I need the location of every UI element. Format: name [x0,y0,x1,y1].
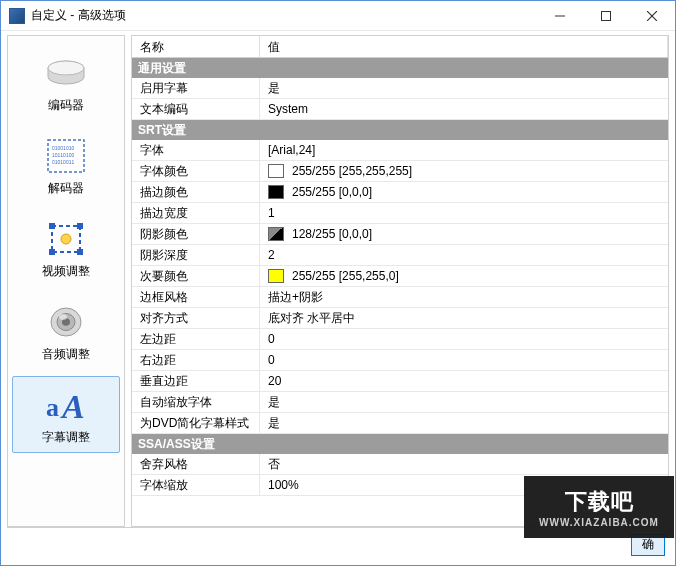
sidebar-item-label: 字幕调整 [42,429,90,446]
property-grid: 名称 值 通用设置启用字幕是文本编码SystemSRT设置字体[Arial,24… [131,35,669,527]
svg-text:10110100: 10110100 [52,152,74,158]
sidebar-item-label: 编码器 [48,97,84,114]
crop-icon [42,219,90,259]
property-row[interactable]: 字体颜色255/255 [255,255,255] [132,161,668,182]
property-value-text: 20 [268,374,281,388]
property-value[interactable]: System [260,99,668,119]
property-value-text: 255/255 [255,255,255] [292,164,412,178]
section-header[interactable]: SSA/ASS设置 [132,434,668,454]
property-row[interactable]: 舍弃风格否 [132,454,668,475]
property-row[interactable]: 字体[Arial,24] [132,140,668,161]
section-header[interactable]: 通用设置 [132,58,668,78]
property-row[interactable]: 左边距0 [132,329,668,350]
sidebar-item-decoder[interactable]: 01001010 10110100 01010011 解码器 [12,127,120,204]
property-value[interactable]: [Arial,24] [260,140,668,160]
svg-text:a: a [46,393,59,422]
svg-point-5 [48,61,84,75]
window-title: 自定义 - 高级选项 [31,7,126,24]
speaker-icon [42,302,90,342]
property-value[interactable]: 1 [260,203,668,223]
sidebar-item-video[interactable]: 视频调整 [12,210,120,287]
property-row[interactable]: 描边颜色255/255 [0,0,0] [132,182,668,203]
minimize-button[interactable] [537,1,583,31]
property-row[interactable]: 阴影颜色128/255 [0,0,0] [132,224,668,245]
property-row[interactable]: 文本编码System [132,99,668,120]
property-value[interactable]: 255/255 [255,255,0] [260,266,668,286]
property-value[interactable]: 否 [260,454,668,474]
col-header-value[interactable]: 值 [260,36,668,57]
svg-text:01010011: 01010011 [52,159,74,165]
sidebar-item-subtitle[interactable]: a A 字幕调整 [12,376,120,453]
property-name: 对齐方式 [132,308,260,328]
ok-button[interactable]: 确 [631,534,665,556]
svg-rect-11 [49,223,55,229]
property-value[interactable]: 描边+阴影 [260,287,668,307]
property-row[interactable]: 边框风格描边+阴影 [132,287,668,308]
property-value-text: 是 [268,394,280,411]
property-name: 字体 [132,140,260,160]
property-name: 描边宽度 [132,203,260,223]
grid-body[interactable]: 通用设置启用字幕是文本编码SystemSRT设置字体[Arial,24]字体颜色… [132,58,668,526]
property-value-text: 1 [268,206,275,220]
property-name: 阴影深度 [132,245,260,265]
property-name: 自动缩放字体 [132,392,260,412]
property-value[interactable]: 20 [260,371,668,391]
property-value-text: System [268,102,308,116]
app-icon [9,8,25,24]
property-row[interactable]: 垂直边距20 [132,371,668,392]
section-header[interactable]: SRT设置 [132,120,668,140]
close-button[interactable] [629,1,675,31]
property-row[interactable]: 阴影深度2 [132,245,668,266]
svg-point-19 [59,314,67,320]
property-name: 舍弃风格 [132,454,260,474]
property-value-text: 100% [268,478,299,492]
property-value[interactable]: 100% [260,475,668,495]
property-value-text: 128/255 [0,0,0] [292,227,372,241]
property-value[interactable]: 是 [260,78,668,98]
property-value-text: 2 [268,248,275,262]
property-row[interactable]: 启用字幕是 [132,78,668,99]
property-value[interactable]: 128/255 [0,0,0] [260,224,668,244]
property-value[interactable]: 是 [260,392,668,412]
property-row[interactable]: 右边距0 [132,350,668,371]
footer: 确 [7,527,669,561]
property-name: 左边距 [132,329,260,349]
property-name: 启用字幕 [132,78,260,98]
property-name: 垂直边距 [132,371,260,391]
property-value[interactable]: 是 [260,413,668,433]
property-value[interactable]: 2 [260,245,668,265]
property-row[interactable]: 次要颜色255/255 [255,255,0] [132,266,668,287]
property-row[interactable]: 为DVD简化字幕样式是 [132,413,668,434]
property-row[interactable]: 描边宽度1 [132,203,668,224]
grid-header: 名称 值 [132,36,668,58]
property-value[interactable]: 0 [260,350,668,370]
col-header-name[interactable]: 名称 [132,36,260,57]
property-value[interactable]: 底对齐 水平居中 [260,308,668,328]
sidebar-item-label: 解码器 [48,180,84,197]
property-value-text: 是 [268,80,280,97]
content: 编码器 01001010 10110100 01010011 解码器 [1,31,675,527]
property-row[interactable]: 字体缩放100% [132,475,668,496]
sidebar-item-audio[interactable]: 音频调整 [12,293,120,370]
svg-rect-13 [49,249,55,255]
sidebar-item-encoder[interactable]: 编码器 [12,44,120,121]
property-row[interactable]: 自动缩放字体是 [132,392,668,413]
property-value[interactable]: 255/255 [0,0,0] [260,182,668,202]
maximize-button[interactable] [583,1,629,31]
svg-text:A: A [60,388,85,424]
property-value-text: 0 [268,353,275,367]
sidebar: 编码器 01001010 10110100 01010011 解码器 [7,35,125,527]
property-value[interactable]: 255/255 [255,255,255] [260,161,668,181]
property-value-text: 255/255 [255,255,0] [292,269,399,283]
property-value-text: [Arial,24] [268,143,315,157]
property-value-text: 0 [268,332,275,346]
sidebar-item-label: 视频调整 [42,263,90,280]
color-swatch [268,185,284,199]
svg-rect-1 [602,11,611,20]
color-swatch [268,164,284,178]
property-value-text: 是 [268,415,280,432]
hdd-icon [42,53,90,93]
property-row[interactable]: 对齐方式底对齐 水平居中 [132,308,668,329]
property-value[interactable]: 0 [260,329,668,349]
binary-icon: 01001010 10110100 01010011 [42,136,90,176]
